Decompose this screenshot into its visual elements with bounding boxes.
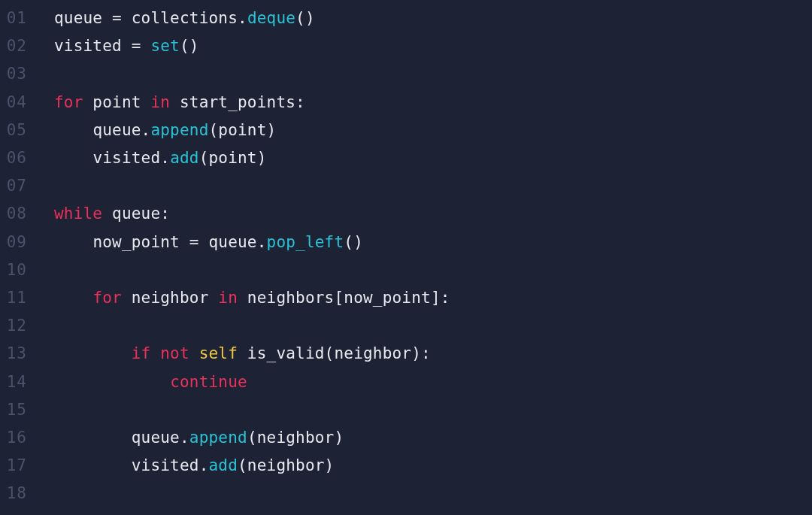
line-number: 02	[0, 32, 36, 60]
line-number: 17	[0, 452, 36, 480]
line-number: 09	[0, 229, 36, 256]
token-def: (point)	[199, 149, 267, 167]
line-number: 14	[0, 368, 36, 396]
line-content: queue.append(point)	[36, 117, 276, 144]
code-line[interactable]: 15	[0, 396, 812, 424]
line-content: visited = set()	[36, 32, 199, 60]
code-line[interactable]: 06 visited.add(point)	[0, 144, 812, 172]
token-kw: for	[92, 289, 122, 307]
line-content: continue	[36, 368, 247, 396]
token-def: (point)	[209, 121, 277, 139]
code-line[interactable]: 01queue = collections.deque()	[0, 5, 812, 32]
token-kw: in	[218, 289, 238, 307]
line-number: 08	[0, 200, 36, 228]
token-def: neighbor	[122, 289, 218, 307]
code-line[interactable]: 18	[0, 480, 812, 507]
token-def: (neighbor)	[247, 429, 344, 447]
line-content	[36, 312, 54, 340]
code-line[interactable]: 17 visited.add(neighbor)	[0, 452, 812, 480]
token-fn: deque	[247, 9, 295, 27]
token-def: queue.	[92, 121, 150, 139]
line-content: while queue:	[36, 200, 170, 228]
code-line[interactable]: 10	[0, 256, 812, 284]
line-number: 05	[0, 117, 36, 144]
token-def: (neighbor)	[238, 456, 334, 474]
token-def	[150, 344, 160, 362]
token-def: visited.	[132, 456, 209, 474]
token-def: ()	[344, 233, 363, 251]
code-line[interactable]: 07	[0, 172, 812, 200]
token-self: self	[199, 344, 238, 362]
token-fn: pop_left	[267, 233, 344, 251]
token-def: queue.	[132, 429, 189, 447]
code-line[interactable]: 11 for neighbor in neighbors[now_point]:	[0, 284, 812, 312]
token-fn: append	[150, 121, 208, 139]
token-kw: while	[54, 204, 102, 223]
token-kw: for	[54, 93, 83, 111]
token-def: ()	[180, 37, 199, 55]
line-number: 03	[0, 60, 36, 88]
line-number: 13	[0, 340, 36, 368]
token-def: visited.	[92, 149, 170, 167]
token-fn: add	[170, 149, 199, 167]
line-content: visited.add(point)	[36, 144, 267, 172]
line-content	[36, 172, 54, 200]
line-content: queue.append(neighbor)	[36, 424, 344, 452]
line-content	[36, 480, 54, 507]
line-content: visited.add(neighbor)	[36, 452, 334, 480]
code-line[interactable]: 03	[0, 60, 812, 88]
line-number: 04	[0, 89, 36, 117]
code-line[interactable]: 09 now_point = queue.pop_left()	[0, 229, 812, 256]
line-number: 16	[0, 424, 36, 452]
line-content: for neighbor in neighbors[now_point]:	[36, 284, 450, 312]
token-def: is_valid(neighbor):	[238, 344, 431, 362]
line-content: for point in start_points:	[36, 89, 305, 117]
line-content	[36, 396, 54, 424]
code-line[interactable]: 08while queue:	[0, 200, 812, 228]
token-kw: continue	[170, 373, 247, 391]
code-line[interactable]: 12	[0, 312, 812, 340]
token-def: now_point = queue.	[92, 233, 266, 251]
line-content: queue = collections.deque()	[36, 5, 315, 32]
token-def: visited =	[54, 37, 150, 55]
line-number: 15	[0, 396, 36, 424]
line-number: 12	[0, 312, 36, 340]
line-content: if not self is_valid(neighbor):	[36, 340, 431, 368]
token-def: queue:	[102, 204, 170, 223]
token-kw: in	[150, 93, 170, 111]
token-kw: if	[132, 344, 151, 362]
line-content	[36, 256, 54, 284]
code-line[interactable]: 16 queue.append(neighbor)	[0, 424, 812, 452]
token-def: start_points:	[170, 93, 305, 111]
line-content: now_point = queue.pop_left()	[36, 229, 363, 256]
token-def: ()	[295, 9, 315, 27]
code-line[interactable]: 05 queue.append(point)	[0, 117, 812, 144]
code-line[interactable]: 13 if not self is_valid(neighbor):	[0, 340, 812, 368]
line-number: 07	[0, 172, 36, 200]
token-fn: append	[189, 429, 247, 447]
token-kw: not	[160, 344, 189, 362]
token-fn: set	[150, 37, 180, 55]
line-number: 11	[0, 284, 36, 312]
token-fn: add	[209, 456, 238, 474]
code-line[interactable]: 14 continue	[0, 368, 812, 396]
line-number: 01	[0, 5, 36, 32]
line-number: 06	[0, 144, 36, 172]
code-editor[interactable]: 01queue = collections.deque()02visited =…	[0, 5, 812, 508]
code-line[interactable]: 02visited = set()	[0, 32, 812, 60]
token-def: neighbors[now_point]:	[238, 289, 450, 307]
token-def: queue = collections.	[54, 9, 247, 27]
line-content	[36, 60, 54, 88]
token-def	[189, 344, 199, 362]
line-number: 18	[0, 480, 36, 507]
line-number: 10	[0, 256, 36, 284]
code-line[interactable]: 04for point in start_points:	[0, 89, 812, 117]
token-def: point	[83, 93, 151, 111]
